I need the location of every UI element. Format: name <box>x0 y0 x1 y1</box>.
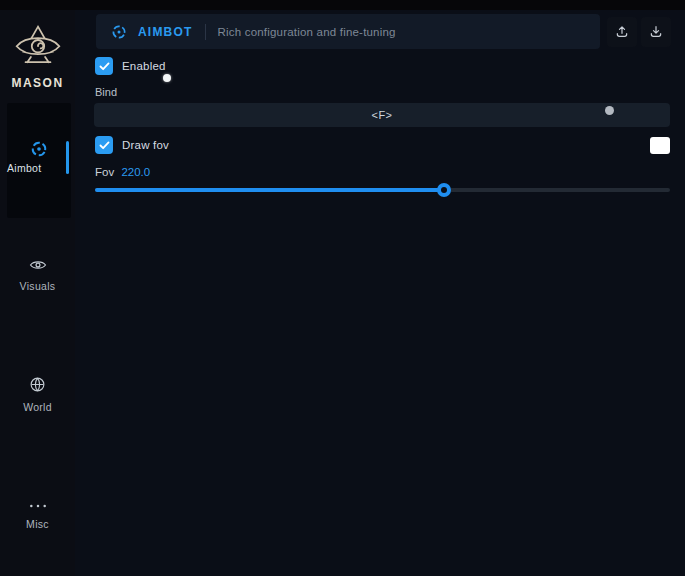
brand-name: MASON <box>0 76 75 90</box>
globe-icon <box>0 376 75 397</box>
fov-slider-fill <box>95 188 444 192</box>
enabled-label: Enabled <box>122 60 166 72</box>
crosshair-icon <box>29 139 49 163</box>
eye-icon <box>0 258 75 276</box>
download-icon <box>648 24 664 40</box>
sidebar-item-world[interactable]: World <box>0 376 75 413</box>
bind-label: Bind <box>95 86 117 98</box>
cursor-dot <box>163 74 171 82</box>
upload-icon <box>614 24 630 40</box>
window-top-strip <box>0 0 685 10</box>
sidebar-item-label: Misc <box>0 518 75 530</box>
ellipsis-icon <box>0 496 75 514</box>
draw-fov-checkbox[interactable] <box>95 136 113 154</box>
download-config-button[interactable] <box>641 17 671 47</box>
check-icon <box>99 62 110 71</box>
bind-input[interactable]: <F> <box>94 103 670 127</box>
sidebar-item-label: Aimbot <box>7 162 71 174</box>
fov-value: 220.0 <box>121 166 150 178</box>
sidebar-item-misc[interactable]: Misc <box>0 496 75 530</box>
page-header: AIMBOT Rich configuration and fine-tunin… <box>96 14 600 49</box>
sidebar-item-aimbot[interactable]: Aimbot <box>7 103 71 218</box>
crosshair-icon <box>110 23 128 41</box>
sidebar: MASON Aimbot Visuals <box>0 10 75 576</box>
fov-slider[interactable] <box>95 181 670 199</box>
upload-config-button[interactable] <box>607 17 637 47</box>
check-icon <box>99 141 110 150</box>
page-subtitle: Rich configuration and fine-tuning <box>218 26 396 38</box>
sidebar-item-visuals[interactable]: Visuals <box>0 258 75 292</box>
main-panel: AIMBOT Rich configuration and fine-tunin… <box>75 10 685 576</box>
header-divider <box>205 24 206 40</box>
draw-fov-label: Draw fov <box>122 139 169 151</box>
mason-eye-pyramid-icon <box>0 24 75 72</box>
fov-label: Fov <box>95 166 114 178</box>
fov-color-swatch[interactable] <box>650 137 670 154</box>
brand-logo: MASON <box>0 24 75 90</box>
indicator-dot <box>605 106 614 115</box>
sidebar-item-label: World <box>0 401 75 413</box>
bind-value: <F> <box>371 109 392 121</box>
enabled-checkbox[interactable] <box>95 57 113 75</box>
fov-slider-thumb[interactable] <box>437 183 451 197</box>
mason-menu-window: MASON Aimbot Visuals <box>0 0 685 576</box>
page-title: AIMBOT <box>138 25 193 39</box>
fov-label-row: Fov 220.0 <box>95 166 150 178</box>
sidebar-item-label: Visuals <box>0 280 75 292</box>
